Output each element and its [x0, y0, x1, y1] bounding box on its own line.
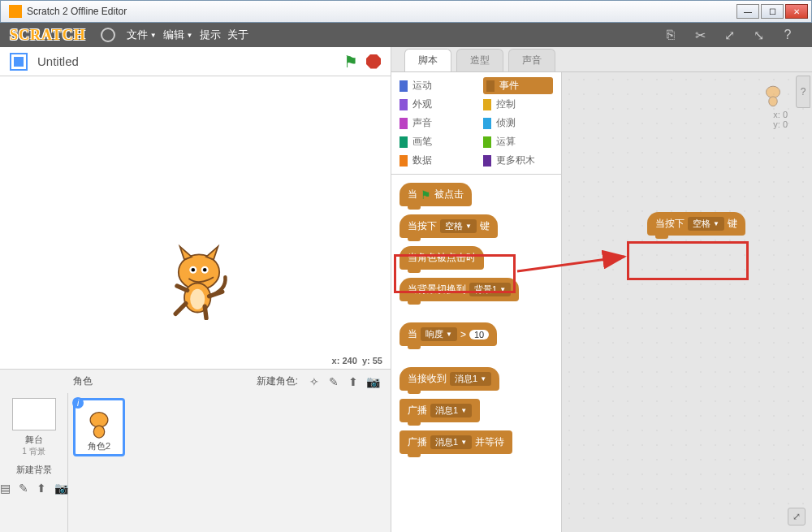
- script-block-when-key-pressed[interactable]: 当按下 空格▼ 键: [647, 212, 745, 236]
- menu-file[interactable]: 文件▼: [127, 28, 157, 42]
- globe-icon[interactable]: [101, 28, 115, 42]
- paint-sprite-icon[interactable]: ✎: [326, 374, 341, 389]
- sprite-info-icon[interactable]: i: [72, 397, 84, 409]
- project-title[interactable]: Untitled: [37, 54, 343, 68]
- new-sprite-label: 新建角色:: [257, 374, 298, 388]
- broadcast-dropdown[interactable]: 消息1▼: [430, 404, 472, 417]
- message-dropdown[interactable]: 消息1▼: [450, 372, 491, 386]
- category-sound[interactable]: 声音: [400, 115, 470, 132]
- block-palette: 运动 事件 外观 控制 声音 侦测 画笔 运算 数据 更多积木 当⚑被点击: [391, 72, 562, 532]
- fullscreen-icon[interactable]: [10, 53, 28, 71]
- zoom-button[interactable]: ⤢: [788, 508, 806, 526]
- menu-edit[interactable]: 编辑▼: [163, 28, 193, 42]
- broadcast-wait-dropdown[interactable]: 消息1▼: [430, 435, 472, 449]
- stop-button[interactable]: [366, 54, 381, 69]
- scratch-logo: SCRATCH: [10, 27, 86, 44]
- stage-thumbnail[interactable]: [12, 398, 56, 430]
- stage[interactable]: x: 240 y: 55: [0, 76, 391, 369]
- backdrop-count: 1 背景: [0, 446, 67, 457]
- block-when-loudness[interactable]: 当 响度▼ > 10: [400, 322, 497, 346]
- sprites-label: 角色: [8, 374, 257, 388]
- annotation-box-palette: [394, 254, 516, 293]
- flag-icon: ⚑: [421, 188, 431, 201]
- blocks-list: 当⚑被点击 当按下 空格▼ 键 当角色被点击时 当背景切换到 背景1▼ 当: [391, 175, 561, 462]
- block-broadcast-wait[interactable]: 广播 消息1▼ 并等待: [400, 430, 512, 454]
- script-key-dropdown[interactable]: 空格▼: [688, 217, 724, 231]
- sprite-list: i 角色2: [68, 393, 391, 532]
- window-titlebar: Scratch 2 Offline Editor — ☐ ✕: [0, 0, 812, 23]
- sprite-pane-header: 角色 新建角色: ✧ ✎ ⬆ 📷: [0, 369, 391, 393]
- app-icon: [9, 5, 22, 18]
- block-when-flag-clicked[interactable]: 当⚑被点击: [400, 183, 472, 206]
- tab-scripts[interactable]: 脚本: [404, 49, 451, 71]
- category-pen[interactable]: 画笔: [400, 133, 470, 150]
- svg-point-8: [93, 426, 104, 438]
- upload-backdrop-icon[interactable]: ⬆: [37, 481, 46, 495]
- upload-sprite-icon[interactable]: ⬆: [346, 374, 361, 389]
- category-events[interactable]: 事件: [483, 77, 554, 94]
- menu-bar: SCRATCH 文件▼ 编辑▼ 提示 关于 ⎘ ✂ ⤢ ⤡ ?: [0, 23, 812, 47]
- svg-point-10: [769, 97, 777, 106]
- block-when-receive[interactable]: 当接收到 消息1▼: [400, 367, 499, 391]
- category-motion[interactable]: 运动: [400, 77, 470, 94]
- annotation-box-script: [627, 241, 749, 280]
- camera-sprite-icon[interactable]: 📷: [365, 374, 380, 389]
- category-operators[interactable]: 运算: [483, 133, 554, 150]
- key-dropdown[interactable]: 空格▼: [440, 219, 477, 233]
- stage-header: v461 Untitled ⚑: [0, 47, 391, 76]
- stage-thumb-column: 舞台 1 背景 新建背景 ▤ ✎ ⬆ 📷: [0, 393, 68, 532]
- svg-point-4: [203, 268, 207, 272]
- help-icon[interactable]: ?: [778, 25, 797, 45]
- stage-coords: x: 240 y: 55: [332, 356, 382, 365]
- new-backdrop-label: 新建背景: [0, 464, 67, 476]
- svg-point-9: [766, 86, 780, 97]
- paint-backdrop-icon[interactable]: ✎: [19, 481, 28, 495]
- category-grid: 运动 事件 外观 控制 声音 侦测 画笔 运算 数据 更多积木: [391, 72, 561, 175]
- block-when-key-pressed[interactable]: 当按下 空格▼ 键: [400, 214, 498, 238]
- svg-point-7: [90, 412, 108, 426]
- camera-backdrop-icon[interactable]: 📷: [54, 481, 68, 495]
- choose-sprite-icon[interactable]: ✧: [307, 374, 322, 389]
- green-flag-icon[interactable]: ⚑: [343, 52, 358, 71]
- category-more[interactable]: 更多积木: [483, 152, 554, 169]
- sprite-info-panel: x: 0 y: 0: [758, 79, 788, 129]
- scissors-icon[interactable]: ✂: [690, 25, 710, 45]
- sprite-name: 角色2: [88, 440, 110, 452]
- category-sensing[interactable]: 侦测: [483, 115, 554, 132]
- sprite-preview-icon: [758, 79, 788, 108]
- script-area[interactable]: x: 0 y: 0 ? 当按下 空格▼ 键 ⤢: [562, 72, 812, 532]
- category-control[interactable]: 控制: [483, 96, 554, 113]
- block-broadcast[interactable]: 广播 消息1▼: [400, 399, 480, 422]
- close-button[interactable]: ✕: [785, 4, 808, 19]
- sprite-on-stage[interactable]: [162, 239, 235, 320]
- tab-sounds[interactable]: 声音: [508, 49, 555, 71]
- loudness-dropdown[interactable]: 响度▼: [421, 327, 457, 341]
- svg-point-6: [190, 289, 205, 309]
- window-title: Scratch 2 Offline Editor: [27, 6, 736, 17]
- menu-tips[interactable]: 提示: [200, 28, 221, 42]
- help-drawer-button[interactable]: ?: [796, 76, 810, 108]
- choose-backdrop-icon[interactable]: ▤: [0, 481, 11, 495]
- loudness-value[interactable]: 10: [469, 330, 489, 340]
- minimize-button[interactable]: —: [736, 4, 759, 19]
- stamp-icon[interactable]: ⎘: [661, 25, 680, 45]
- svg-point-2: [192, 268, 196, 272]
- menu-about[interactable]: 关于: [227, 28, 248, 42]
- stage-label: 舞台: [0, 434, 67, 446]
- sprite-thumbnail[interactable]: i 角色2: [73, 398, 125, 456]
- tab-costumes[interactable]: 造型: [456, 49, 503, 71]
- grow-icon[interactable]: ⤢: [719, 25, 739, 45]
- category-looks[interactable]: 外观: [400, 96, 470, 113]
- maximize-button[interactable]: ☐: [761, 4, 784, 19]
- shrink-icon[interactable]: ⤡: [749, 25, 768, 45]
- category-data[interactable]: 数据: [400, 152, 470, 169]
- editor-tabs: 脚本 造型 声音: [391, 47, 812, 71]
